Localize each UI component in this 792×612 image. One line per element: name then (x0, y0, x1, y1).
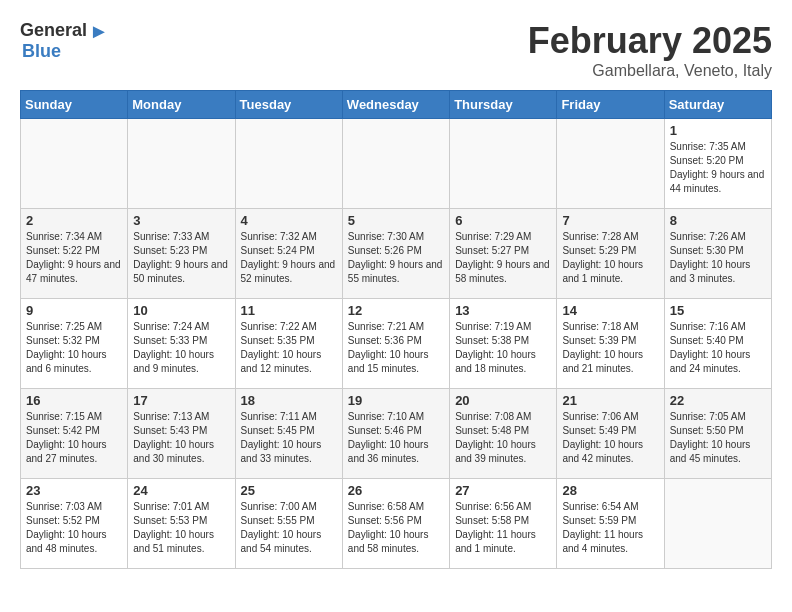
calendar-cell: 11Sunrise: 7:22 AM Sunset: 5:35 PM Dayli… (235, 299, 342, 389)
calendar-cell: 23Sunrise: 7:03 AM Sunset: 5:52 PM Dayli… (21, 479, 128, 569)
calendar-cell: 14Sunrise: 7:18 AM Sunset: 5:39 PM Dayli… (557, 299, 664, 389)
calendar-cell: 26Sunrise: 6:58 AM Sunset: 5:56 PM Dayli… (342, 479, 449, 569)
day-number: 13 (455, 303, 551, 318)
day-number: 18 (241, 393, 337, 408)
logo: General ► Blue (20, 20, 109, 62)
calendar-cell: 6Sunrise: 7:29 AM Sunset: 5:27 PM Daylig… (450, 209, 557, 299)
title-area: February 2025 Gambellara, Veneto, Italy (528, 20, 772, 80)
day-number: 22 (670, 393, 766, 408)
calendar-cell: 9Sunrise: 7:25 AM Sunset: 5:32 PM Daylig… (21, 299, 128, 389)
calendar-cell: 27Sunrise: 6:56 AM Sunset: 5:58 PM Dayli… (450, 479, 557, 569)
day-number: 3 (133, 213, 229, 228)
day-info: Sunrise: 7:00 AM Sunset: 5:55 PM Dayligh… (241, 500, 337, 556)
day-info: Sunrise: 7:32 AM Sunset: 5:24 PM Dayligh… (241, 230, 337, 286)
day-number: 17 (133, 393, 229, 408)
calendar-cell (128, 119, 235, 209)
day-info: Sunrise: 6:54 AM Sunset: 5:59 PM Dayligh… (562, 500, 658, 556)
day-number: 8 (670, 213, 766, 228)
calendar-cell: 7Sunrise: 7:28 AM Sunset: 5:29 PM Daylig… (557, 209, 664, 299)
day-info: Sunrise: 7:13 AM Sunset: 5:43 PM Dayligh… (133, 410, 229, 466)
calendar-cell: 15Sunrise: 7:16 AM Sunset: 5:40 PM Dayli… (664, 299, 771, 389)
day-number: 23 (26, 483, 122, 498)
day-number: 14 (562, 303, 658, 318)
calendar-cell (450, 119, 557, 209)
calendar-header-row: SundayMondayTuesdayWednesdayThursdayFrid… (21, 91, 772, 119)
calendar-cell (557, 119, 664, 209)
calendar-cell: 21Sunrise: 7:06 AM Sunset: 5:49 PM Dayli… (557, 389, 664, 479)
day-of-week-header: Monday (128, 91, 235, 119)
day-of-week-header: Saturday (664, 91, 771, 119)
calendar-week-row: 2Sunrise: 7:34 AM Sunset: 5:22 PM Daylig… (21, 209, 772, 299)
day-of-week-header: Sunday (21, 91, 128, 119)
calendar-cell: 8Sunrise: 7:26 AM Sunset: 5:30 PM Daylig… (664, 209, 771, 299)
day-number: 21 (562, 393, 658, 408)
day-info: Sunrise: 7:25 AM Sunset: 5:32 PM Dayligh… (26, 320, 122, 376)
day-of-week-header: Wednesday (342, 91, 449, 119)
calendar-cell (21, 119, 128, 209)
day-info: Sunrise: 7:19 AM Sunset: 5:38 PM Dayligh… (455, 320, 551, 376)
day-number: 28 (562, 483, 658, 498)
day-number: 25 (241, 483, 337, 498)
calendar-cell: 12Sunrise: 7:21 AM Sunset: 5:36 PM Dayli… (342, 299, 449, 389)
calendar-cell: 4Sunrise: 7:32 AM Sunset: 5:24 PM Daylig… (235, 209, 342, 299)
calendar-cell: 3Sunrise: 7:33 AM Sunset: 5:23 PM Daylig… (128, 209, 235, 299)
calendar-cell (664, 479, 771, 569)
logo-general-text: General (20, 21, 87, 41)
day-info: Sunrise: 7:22 AM Sunset: 5:35 PM Dayligh… (241, 320, 337, 376)
day-info: Sunrise: 7:15 AM Sunset: 5:42 PM Dayligh… (26, 410, 122, 466)
day-number: 15 (670, 303, 766, 318)
day-number: 1 (670, 123, 766, 138)
calendar-cell: 28Sunrise: 6:54 AM Sunset: 5:59 PM Dayli… (557, 479, 664, 569)
month-title: February 2025 (528, 20, 772, 62)
calendar-cell: 16Sunrise: 7:15 AM Sunset: 5:42 PM Dayli… (21, 389, 128, 479)
day-info: Sunrise: 7:18 AM Sunset: 5:39 PM Dayligh… (562, 320, 658, 376)
calendar-cell: 13Sunrise: 7:19 AM Sunset: 5:38 PM Dayli… (450, 299, 557, 389)
day-number: 10 (133, 303, 229, 318)
day-number: 2 (26, 213, 122, 228)
calendar-week-row: 23Sunrise: 7:03 AM Sunset: 5:52 PM Dayli… (21, 479, 772, 569)
day-number: 5 (348, 213, 444, 228)
calendar-cell: 10Sunrise: 7:24 AM Sunset: 5:33 PM Dayli… (128, 299, 235, 389)
header: General ► Blue February 2025 Gambellara,… (20, 20, 772, 80)
day-of-week-header: Friday (557, 91, 664, 119)
day-info: Sunrise: 7:21 AM Sunset: 5:36 PM Dayligh… (348, 320, 444, 376)
day-info: Sunrise: 6:58 AM Sunset: 5:56 PM Dayligh… (348, 500, 444, 556)
logo-bird-icon: ► (89, 20, 109, 42)
day-info: Sunrise: 6:56 AM Sunset: 5:58 PM Dayligh… (455, 500, 551, 556)
day-number: 6 (455, 213, 551, 228)
day-info: Sunrise: 7:06 AM Sunset: 5:49 PM Dayligh… (562, 410, 658, 466)
day-info: Sunrise: 7:34 AM Sunset: 5:22 PM Dayligh… (26, 230, 122, 286)
calendar-table: SundayMondayTuesdayWednesdayThursdayFrid… (20, 90, 772, 569)
day-info: Sunrise: 7:08 AM Sunset: 5:48 PM Dayligh… (455, 410, 551, 466)
calendar-cell: 1Sunrise: 7:35 AM Sunset: 5:20 PM Daylig… (664, 119, 771, 209)
day-info: Sunrise: 7:33 AM Sunset: 5:23 PM Dayligh… (133, 230, 229, 286)
day-info: Sunrise: 7:05 AM Sunset: 5:50 PM Dayligh… (670, 410, 766, 466)
calendar-week-row: 16Sunrise: 7:15 AM Sunset: 5:42 PM Dayli… (21, 389, 772, 479)
day-of-week-header: Thursday (450, 91, 557, 119)
day-info: Sunrise: 7:28 AM Sunset: 5:29 PM Dayligh… (562, 230, 658, 286)
day-number: 16 (26, 393, 122, 408)
day-number: 24 (133, 483, 229, 498)
calendar-cell (342, 119, 449, 209)
day-info: Sunrise: 7:29 AM Sunset: 5:27 PM Dayligh… (455, 230, 551, 286)
day-info: Sunrise: 7:24 AM Sunset: 5:33 PM Dayligh… (133, 320, 229, 376)
day-number: 27 (455, 483, 551, 498)
calendar-cell: 18Sunrise: 7:11 AM Sunset: 5:45 PM Dayli… (235, 389, 342, 479)
day-number: 20 (455, 393, 551, 408)
day-number: 4 (241, 213, 337, 228)
day-info: Sunrise: 7:16 AM Sunset: 5:40 PM Dayligh… (670, 320, 766, 376)
calendar-cell (235, 119, 342, 209)
calendar-cell: 5Sunrise: 7:30 AM Sunset: 5:26 PM Daylig… (342, 209, 449, 299)
calendar-week-row: 1Sunrise: 7:35 AM Sunset: 5:20 PM Daylig… (21, 119, 772, 209)
calendar-cell: 17Sunrise: 7:13 AM Sunset: 5:43 PM Dayli… (128, 389, 235, 479)
subtitle: Gambellara, Veneto, Italy (528, 62, 772, 80)
day-info: Sunrise: 7:03 AM Sunset: 5:52 PM Dayligh… (26, 500, 122, 556)
day-info: Sunrise: 7:11 AM Sunset: 5:45 PM Dayligh… (241, 410, 337, 466)
day-info: Sunrise: 7:26 AM Sunset: 5:30 PM Dayligh… (670, 230, 766, 286)
day-number: 7 (562, 213, 658, 228)
calendar-week-row: 9Sunrise: 7:25 AM Sunset: 5:32 PM Daylig… (21, 299, 772, 389)
logo-blue-text: Blue (22, 42, 109, 62)
calendar-cell: 22Sunrise: 7:05 AM Sunset: 5:50 PM Dayli… (664, 389, 771, 479)
calendar-cell: 19Sunrise: 7:10 AM Sunset: 5:46 PM Dayli… (342, 389, 449, 479)
calendar-cell: 2Sunrise: 7:34 AM Sunset: 5:22 PM Daylig… (21, 209, 128, 299)
